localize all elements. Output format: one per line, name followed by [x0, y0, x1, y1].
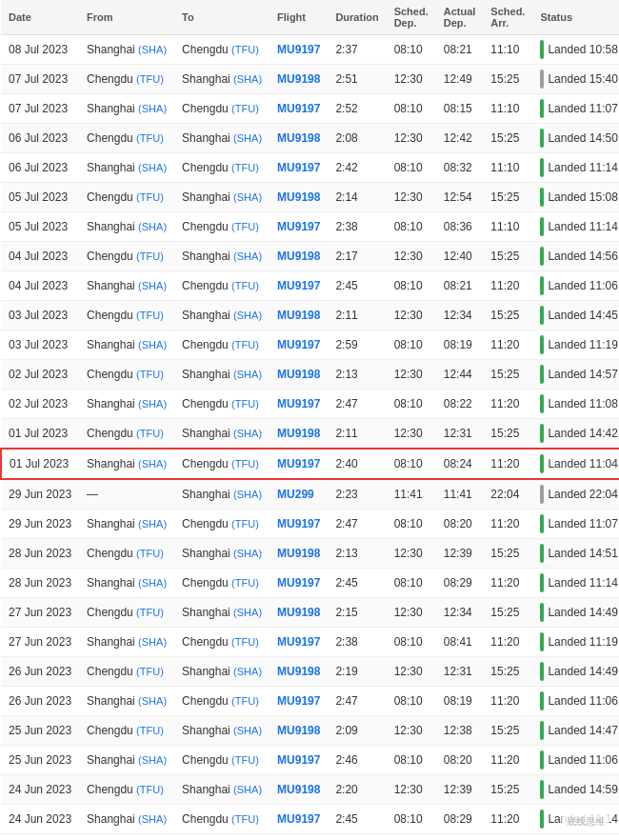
status-bar-indicator [540, 129, 544, 148]
cell-flight[interactable]: MU9197 [270, 330, 328, 360]
cell-flight[interactable]: MU9198 [270, 301, 328, 330]
cell-flight[interactable]: MU9197 [270, 212, 328, 242]
cell-actual-dep: 12:38 [436, 716, 484, 746]
cell-flight[interactable]: MU9197 [270, 805, 328, 834]
flight-link[interactable]: MU9198 [277, 368, 320, 381]
cell-date: 29 Jun 2023 [1, 510, 79, 539]
cell-sched-dep: 12:30 [387, 539, 436, 569]
cell-flight[interactable]: MU9198 [270, 183, 328, 212]
flight-link[interactable]: MU9198 [277, 190, 320, 204]
flight-link[interactable]: MU9198 [277, 724, 320, 737]
flight-link[interactable]: MU9198 [277, 783, 320, 796]
cell-flight[interactable]: MU9198 [270, 419, 328, 450]
flight-link[interactable]: MU299 [277, 488, 314, 501]
cell-flight[interactable]: MU9197 [270, 746, 328, 775]
cell-flight[interactable]: MU9198 [270, 775, 328, 805]
flight-link[interactable]: MU9198 [277, 606, 320, 619]
cell-date: 27 Jun 2023 [1, 598, 79, 628]
cell-flight[interactable]: MU9197 [270, 687, 328, 716]
cell-sched-arr: 11:20 [483, 628, 532, 657]
status-bar-indicator [540, 721, 544, 740]
cell-flight[interactable]: MU9198 [270, 539, 328, 569]
flight-link[interactable]: MU9197 [277, 220, 320, 233]
flight-link[interactable]: MU9197 [277, 635, 320, 649]
flight-link[interactable]: MU9198 [277, 72, 320, 86]
flight-link[interactable]: MU9197 [277, 457, 320, 470]
cell-actual-dep: 12:44 [436, 360, 484, 390]
from-code: (SHA) [138, 695, 167, 707]
cell-flight[interactable]: MU9197 [270, 390, 328, 419]
cell-date: 04 Jul 2023 [1, 242, 79, 271]
cell-status: Landed 15:40 [532, 65, 619, 94]
cell-to: Chengdu (TFU) [174, 687, 270, 716]
from-code: (SHA) [138, 518, 167, 530]
cell-sched-arr: 11:20 [483, 510, 532, 539]
cell-sched-arr: 15:25 [483, 242, 532, 271]
status-bar-indicator [540, 780, 544, 799]
cell-from: Shanghai (SHA) [79, 330, 174, 360]
cell-flight[interactable]: MU9197 [270, 510, 328, 539]
from-code: (SHA) [138, 339, 167, 350]
table-row: 06 Jul 2023Chengdu (TFU)Shanghai (SHA)MU… [1, 124, 619, 153]
cell-date: 05 Jul 2023 [1, 183, 79, 212]
cell-actual-dep: 12:40 [436, 242, 484, 271]
flight-table: Date From To Flight Duration Sched. Dep.… [0, 0, 619, 834]
cell-flight[interactable]: MU9198 [270, 598, 328, 628]
flight-link[interactable]: MU9197 [277, 43, 320, 56]
cell-flight[interactable]: MU9197 [270, 153, 328, 183]
cell-flight[interactable]: MU9198 [270, 657, 328, 687]
flight-link[interactable]: MU9197 [277, 338, 320, 351]
flight-link[interactable]: MU9198 [277, 250, 320, 263]
flight-link[interactable]: MU9197 [277, 694, 320, 708]
cell-duration: 2:42 [328, 153, 386, 183]
status-text: Landed 14:49 [548, 606, 617, 619]
cell-status: Landed 14:47 [532, 716, 619, 746]
cell-actual-dep: 08:20 [436, 510, 484, 539]
status-bar-indicator [540, 217, 544, 236]
col-actual-dep: Actual Dep. [436, 0, 484, 35]
cell-date: 26 Jun 2023 [1, 657, 79, 687]
cell-sched-dep: 08:10 [387, 153, 436, 183]
status-bar-indicator [540, 603, 544, 622]
cell-status: Landed 11:06 [532, 271, 619, 301]
cell-flight[interactable]: MU9198 [270, 242, 328, 271]
cell-flight[interactable]: MU9197 [270, 449, 328, 479]
status-bar-indicator [540, 306, 544, 325]
cell-to: Chengdu (TFU) [174, 805, 270, 834]
status-text: Landed 11:19 [548, 635, 617, 649]
cell-flight[interactable]: MU9197 [270, 271, 328, 301]
cell-flight[interactable]: MU9197 [270, 35, 328, 65]
cell-flight[interactable]: MU299 [270, 479, 328, 510]
flight-link[interactable]: MU9197 [277, 279, 320, 292]
cell-date: 02 Jul 2023 [1, 360, 79, 390]
cell-duration: 2:45 [328, 271, 386, 301]
flight-link[interactable]: MU9197 [277, 161, 320, 174]
cell-sched-arr: 15:25 [483, 301, 532, 330]
flight-link[interactable]: MU9197 [277, 102, 320, 115]
flight-link[interactable]: MU9198 [277, 309, 320, 322]
cell-from: Shanghai (SHA) [79, 628, 174, 657]
cell-to: Shanghai (SHA) [174, 301, 270, 330]
status-text: Landed 11:14 [548, 161, 617, 174]
table-row: 02 Jul 2023Shanghai (SHA)Chengdu (TFU)MU… [1, 390, 619, 419]
flight-link[interactable]: MU9197 [277, 812, 320, 826]
cell-flight[interactable]: MU9197 [270, 628, 328, 657]
cell-flight[interactable]: MU9197 [270, 569, 328, 598]
flight-link[interactable]: MU9197 [277, 397, 320, 410]
cell-sched-arr: 15:25 [483, 716, 532, 746]
status-text: Landed 14:56 [548, 250, 617, 263]
cell-flight[interactable]: MU9198 [270, 65, 328, 94]
cell-flight[interactable]: MU9198 [270, 124, 328, 153]
cell-flight[interactable]: MU9198 [270, 716, 328, 746]
flight-link[interactable]: MU9198 [277, 131, 320, 145]
flight-link[interactable]: MU9198 [277, 427, 320, 440]
flight-link[interactable]: MU9197 [277, 576, 320, 590]
flight-link[interactable]: MU9198 [277, 547, 320, 560]
flight-link[interactable]: MU9197 [277, 753, 320, 767]
cell-flight[interactable]: MU9197 [270, 94, 328, 124]
cell-date: 04 Jul 2023 [1, 271, 79, 301]
flight-link[interactable]: MU9197 [277, 517, 320, 530]
flight-link[interactable]: MU9198 [277, 665, 320, 678]
to-code: (TFU) [231, 221, 259, 232]
cell-flight[interactable]: MU9198 [270, 360, 328, 390]
